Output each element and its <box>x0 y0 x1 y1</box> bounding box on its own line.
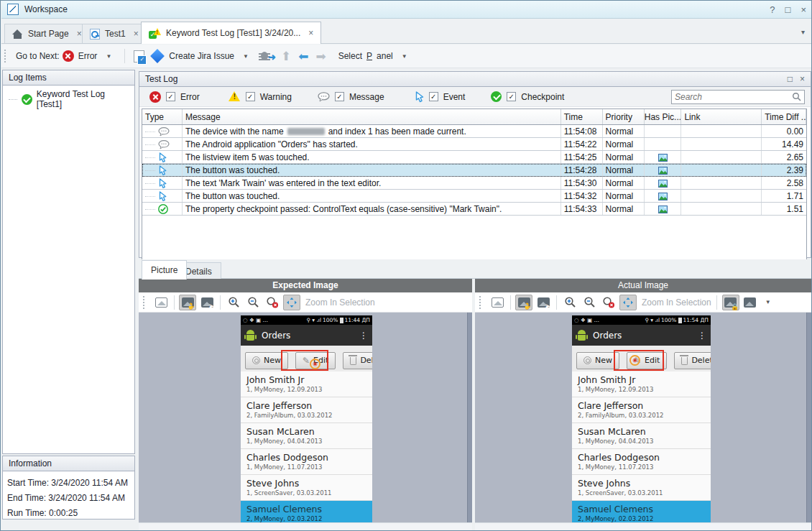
zoom-in-button[interactable] <box>561 295 578 310</box>
filter-bar: ✓ Error ✓ Warning ✓ Message ✓ Event <box>139 87 811 107</box>
log-message: The device with the nameand index 1 has … <box>183 125 561 137</box>
filter-error[interactable]: ✓ Error <box>149 91 200 103</box>
back-button[interactable]: ⬅ <box>298 50 308 63</box>
vertical-scrollbar[interactable] <box>806 313 811 522</box>
touch-indicator-icon <box>310 359 320 369</box>
title-bar: Workspace ? □ × <box>1 1 812 19</box>
table-row[interactable]: The device with the nameand index 1 has … <box>142 125 806 138</box>
go-to-next-error-button[interactable]: Error ▼ <box>60 48 119 64</box>
help-button[interactable]: ? <box>770 4 775 15</box>
contact-list: John Smith Jr 1, MyMoney, 12.09.2013 Cla… <box>241 371 372 522</box>
log-time-diff: 2.39 <box>762 164 806 176</box>
message-checkbox[interactable]: ✓ <box>335 92 344 101</box>
contact-details: 1, MyMoney, 04.04.2013 <box>246 438 366 445</box>
zoom-reset-button[interactable] <box>600 295 617 310</box>
maximize-button[interactable]: □ <box>785 4 791 15</box>
table-row[interactable]: The text 'Mark Twain' was entered in the… <box>142 177 806 190</box>
fit-to-window-button[interactable] <box>619 295 637 310</box>
fit-to-window-button[interactable] <box>283 295 300 310</box>
application-window: Workspace ? □ × Start Page × Test1 × ✓ K… <box>0 0 812 531</box>
chevron-down-icon[interactable]: ▼ <box>765 299 771 305</box>
table-row[interactable]: The button was touched. 11:54:28 Normal … <box>142 164 806 177</box>
filter-warning[interactable]: ✓ Warning <box>229 91 292 102</box>
log-message: The text 'Mark Twain' was entered in the… <box>183 177 561 189</box>
chevron-down-icon[interactable]: ▼ <box>402 53 407 60</box>
message-icon <box>158 140 170 149</box>
open-in-window-button[interactable] <box>152 295 170 310</box>
column-type[interactable]: Type <box>142 109 183 124</box>
actual-image-canvas[interactable]: ◌ ❖ ▣ … ⚲ ▾ ،ıl 100% 11:54 ДП Orders ⋮ N… <box>475 313 811 522</box>
panel-maximize-icon[interactable]: □ <box>788 74 793 84</box>
horizontal-scroll-track[interactable] <box>139 522 472 530</box>
table-row[interactable]: The button was touched. 11:54:32 Normal … <box>142 190 806 203</box>
tab-keyword-test-log[interactable]: ✓ Keyword Test Log [Test1] 3/24/20... × <box>141 22 321 44</box>
column-priority[interactable]: Priority <box>603 109 645 124</box>
log-items-tree-node[interactable]: Keyword Test Log [Test1] <box>3 86 134 112</box>
select-mode-button[interactable]: ➤ <box>535 295 552 310</box>
jira-icon <box>150 49 165 63</box>
close-button[interactable]: × <box>801 4 806 15</box>
expected-image-canvas[interactable]: ◌ ❖ ▣ … ⚲ ▾ ،ıl 100% 11:44 ДП Orders ⋮ N… <box>139 313 472 522</box>
event-checkbox[interactable]: ✓ <box>429 92 438 101</box>
toolbar-grip[interactable] <box>479 295 482 310</box>
picture-icon <box>658 167 668 175</box>
column-time-diff[interactable]: Time Diff ... <box>762 109 806 124</box>
show-details-button[interactable] <box>131 48 147 65</box>
zoom-out-button[interactable] <box>244 295 262 310</box>
checkpoint-checkbox[interactable]: ✓ <box>507 92 516 101</box>
tab-close-icon[interactable]: × <box>308 28 313 38</box>
tab-overflow-icon[interactable]: ▾ <box>801 28 805 36</box>
chevron-down-icon[interactable]: ▼ <box>243 53 249 60</box>
tab-picture[interactable]: Picture <box>142 260 187 280</box>
tab-close-icon[interactable]: × <box>134 29 139 39</box>
table-row[interactable]: The Android application "Orders" has sta… <box>142 138 806 151</box>
select-panel-button[interactable]: Select Panel ▼ <box>336 49 415 63</box>
picture-icon <box>658 193 668 200</box>
filter-checkpoint[interactable]: ✓ Checkpoint <box>491 91 564 102</box>
select-mode-button[interactable]: ➤ <box>198 295 216 310</box>
pan-mode-button[interactable]: ✋ <box>179 295 196 310</box>
search-box[interactable] <box>671 90 805 104</box>
column-has-picture[interactable]: Has Pic... <box>645 109 681 124</box>
open-in-window-button[interactable] <box>489 295 506 310</box>
filter-message[interactable]: ✓ Message <box>318 92 384 102</box>
tree-node-label: Keyword Test Log [Test1] <box>37 89 132 109</box>
contact-name: John Smith Jr <box>578 374 705 386</box>
window-title: Workspace <box>24 4 68 14</box>
create-jira-issue-button[interactable]: Create Jira Issue ▼ <box>147 49 256 63</box>
event-icon <box>415 91 424 103</box>
log-message: The property checkpoint passed: ControlT… <box>183 203 561 215</box>
zoom-reset-icon <box>266 296 279 308</box>
zoom-out-button[interactable] <box>581 295 598 310</box>
tab-close-icon[interactable]: × <box>77 29 82 39</box>
toolbar-grip[interactable] <box>142 295 146 310</box>
tab-start-page[interactable]: Start Page × <box>4 24 90 43</box>
error-icon <box>63 50 74 62</box>
toolbar-grip[interactable] <box>4 49 7 63</box>
forward-button[interactable]: ➡ <box>315 50 326 63</box>
column-message[interactable]: Message <box>183 109 561 124</box>
horizontal-scroll-track[interactable] <box>475 522 811 530</box>
table-row[interactable]: The property checkpoint passed: ControlT… <box>142 203 806 216</box>
go-up-button[interactable]: ⬆ <box>281 50 291 63</box>
image-options-button[interactable] <box>742 295 759 310</box>
warning-checkbox[interactable]: ✓ <box>246 92 255 101</box>
pan-mode-button[interactable]: ✋ <box>515 295 532 310</box>
zoom-reset-button[interactable] <box>264 295 281 310</box>
pan-image-icon: ✋ <box>518 297 530 308</box>
error-checkbox[interactable]: ✓ <box>166 92 175 101</box>
zoom-in-button[interactable] <box>225 295 242 310</box>
column-link[interactable]: Link <box>681 109 762 124</box>
table-row[interactable]: The listview item 5 was touched. 11:54:2… <box>142 151 806 164</box>
chevron-down-icon[interactable]: ▼ <box>106 53 111 60</box>
tab-test1[interactable]: Test1 × <box>82 24 147 43</box>
filter-event[interactable]: ✓ Event <box>415 91 466 103</box>
run-to-selected-button[interactable]: ➜ <box>256 47 277 65</box>
vertical-scrollbar[interactable] <box>467 313 472 522</box>
search-input[interactable] <box>675 92 783 102</box>
redacted-text <box>287 128 325 135</box>
column-time[interactable]: Time <box>561 109 603 124</box>
lock-images-button[interactable]: 🔒 <box>722 295 739 310</box>
phone-status-bar: ◌ ❖ ▣ … ⚲ ▾ ،ıl 100% 11:54 ДП <box>572 315 711 325</box>
panel-close-icon[interactable]: × <box>800 74 805 84</box>
